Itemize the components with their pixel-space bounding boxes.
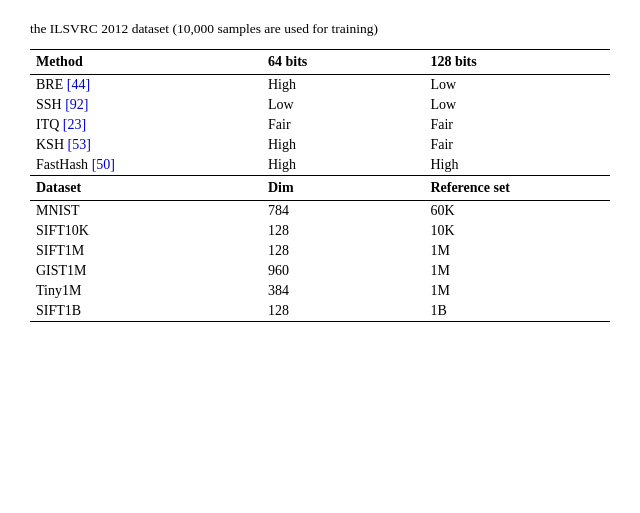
dataset-cell: SIFT10K: [30, 221, 262, 241]
dim-cell: 128: [262, 241, 424, 261]
bits64-cell: Low: [262, 95, 424, 115]
bits128-cell: Fair: [424, 135, 610, 155]
table-row: BRE [44] High Low: [30, 74, 610, 95]
method-cell: BRE [44]: [30, 74, 262, 95]
dim-cell: 384: [262, 281, 424, 301]
ref-link[interactable]: [53]: [68, 137, 91, 152]
refset-cell: 1B: [424, 301, 610, 322]
bits64-cell: Fair: [262, 115, 424, 135]
col-refset-header: Reference set: [424, 175, 610, 200]
dataset-cell: Tiny1M: [30, 281, 262, 301]
col-64-header: 64 bits: [262, 49, 424, 74]
table-row: SIFT1B 128 1B: [30, 301, 610, 322]
caption: the ILSVRC 2012 dataset (10,000 samples …: [30, 20, 610, 39]
dim-cell: 128: [262, 301, 424, 322]
dataset-cell: MNIST: [30, 200, 262, 221]
table-row: SIFT10K 128 10K: [30, 221, 610, 241]
bits128-cell: Low: [424, 95, 610, 115]
table-row: ITQ [23] Fair Fair: [30, 115, 610, 135]
bits128-cell: Low: [424, 74, 610, 95]
bits128-cell: Fair: [424, 115, 610, 135]
table-row: Tiny1M 384 1M: [30, 281, 610, 301]
dataset-cell: SIFT1M: [30, 241, 262, 261]
ref-link[interactable]: [44]: [67, 77, 90, 92]
ref-link[interactable]: [92]: [65, 97, 88, 112]
table-row: SSH [92] Low Low: [30, 95, 610, 115]
table-row: GIST1M 960 1M: [30, 261, 610, 281]
dataset-cell: GIST1M: [30, 261, 262, 281]
method-cell: FastHash [50]: [30, 155, 262, 176]
ref-link[interactable]: [23]: [63, 117, 86, 132]
bits64-cell: High: [262, 155, 424, 176]
method-cell: KSH [53]: [30, 135, 262, 155]
table2-header-row: Dataset Dim Reference set: [30, 175, 610, 200]
dataset-cell: SIFT1B: [30, 301, 262, 322]
col-method-header: Method: [30, 49, 262, 74]
col-128-header: 128 bits: [424, 49, 610, 74]
bits128-cell: High: [424, 155, 610, 176]
method-cell: SSH [92]: [30, 95, 262, 115]
col-dataset-header: Dataset: [30, 175, 262, 200]
main-table: Method 64 bits 128 bits BRE [44] High Lo…: [30, 49, 610, 322]
refset-cell: 1M: [424, 241, 610, 261]
table-row: MNIST 784 60K: [30, 200, 610, 221]
method-cell: ITQ [23]: [30, 115, 262, 135]
dim-cell: 960: [262, 261, 424, 281]
bits64-cell: High: [262, 74, 424, 95]
table-row: SIFT1M 128 1M: [30, 241, 610, 261]
refset-cell: 1M: [424, 261, 610, 281]
ref-link[interactable]: [50]: [92, 157, 115, 172]
dim-cell: 128: [262, 221, 424, 241]
refset-cell: 10K: [424, 221, 610, 241]
bits64-cell: High: [262, 135, 424, 155]
dim-cell: 784: [262, 200, 424, 221]
table1-header-row: Method 64 bits 128 bits: [30, 49, 610, 74]
table-row: FastHash [50] High High: [30, 155, 610, 176]
refset-cell: 1M: [424, 281, 610, 301]
refset-cell: 60K: [424, 200, 610, 221]
table-row: KSH [53] High Fair: [30, 135, 610, 155]
col-dim-header: Dim: [262, 175, 424, 200]
